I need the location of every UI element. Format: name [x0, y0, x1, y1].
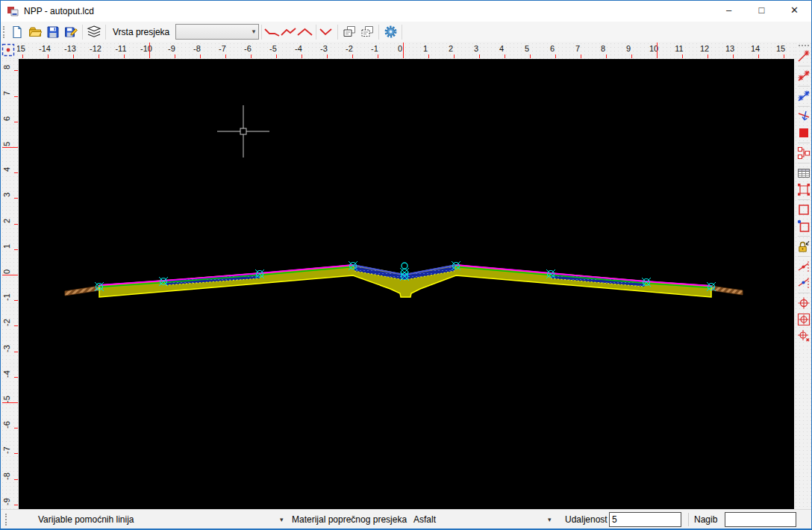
- ruler-tick: [606, 54, 607, 58]
- segment-break-icon[interactable]: [264, 23, 281, 41]
- ruler-tick: [14, 249, 18, 250]
- toolbar-separator: [798, 236, 810, 237]
- minimize-button[interactable]: –: [712, 1, 746, 22]
- ruler-label: -1: [2, 290, 11, 305]
- filled-square-icon[interactable]: [796, 125, 811, 140]
- section-type-dropdown[interactable]: ▾: [175, 24, 259, 40]
- ruler-tick: [327, 54, 328, 58]
- vertex-line-blue-icon[interactable]: [796, 275, 811, 290]
- target-delete-icon[interactable]: [796, 328, 811, 343]
- ruler-label: -8: [193, 44, 201, 53]
- ruler-label: -4: [295, 44, 302, 53]
- segment-ditch-icon[interactable]: [319, 23, 335, 41]
- ruler-tick: [682, 54, 683, 58]
- drawing-canvas[interactable]: [19, 59, 794, 511]
- ruler-tick: [784, 54, 784, 58]
- layers-icon[interactable]: [85, 23, 103, 41]
- rectangle-icon[interactable]: [796, 202, 811, 217]
- ruler-label: -1: [371, 44, 378, 53]
- snap-vertex-icon[interactable]: [796, 109, 811, 124]
- ruler-label: 11: [675, 44, 683, 53]
- ruler-label: -11: [115, 44, 126, 53]
- settings-gear-icon[interactable]: [381, 23, 399, 41]
- ruler-tick: [225, 54, 226, 58]
- save-icon[interactable]: [44, 23, 62, 41]
- material-value: Asfalt: [413, 514, 436, 525]
- ruler-tick: [428, 54, 429, 58]
- segment-peak-icon[interactable]: [297, 23, 313, 41]
- ruler-label: -8: [2, 469, 11, 484]
- ruler-tick: [48, 54, 49, 58]
- ruler-tick: [631, 54, 632, 58]
- hierarchy-icon[interactable]: [796, 146, 811, 160]
- rectangle-point-icon[interactable]: [796, 219, 811, 234]
- ruler-tick: [2, 147, 18, 148]
- ruler-label: 0: [2, 264, 11, 279]
- select-region-icon[interactable]: [796, 182, 811, 197]
- helper-lines-dropdown[interactable]: Varijable pomoćnih linija ▾: [1, 510, 288, 529]
- add-vertex-icon[interactable]: [796, 49, 811, 63]
- segment-slope-icon[interactable]: [281, 23, 297, 41]
- toolbar-separator: [105, 25, 106, 40]
- ruler-tick: [14, 505, 18, 505]
- add-two-vertices-icon[interactable]: [796, 69, 811, 84]
- ruler-tick: [581, 54, 581, 58]
- ground-strip: [65, 286, 99, 296]
- chevron-down-icon: ▾: [280, 516, 284, 523]
- copy-section-alt-icon[interactable]: [358, 23, 376, 41]
- ruler-tick: [200, 54, 201, 58]
- ruler-tick: [708, 54, 708, 58]
- material-dropdown[interactable]: Asfalt ▾: [410, 510, 556, 529]
- toolbar-grip[interactable]: [799, 45, 809, 46]
- ruler-label: 1: [423, 44, 428, 53]
- slope-input[interactable]: [725, 512, 796, 527]
- ruler-label: -9: [168, 44, 175, 53]
- ruler-label: -9: [2, 494, 11, 509]
- helper-lines-label: Varijable pomoćnih linija: [38, 514, 134, 525]
- ruler-label: -12: [90, 44, 102, 53]
- ruler-label: 12: [700, 44, 709, 53]
- crosshair-cursor: [240, 128, 246, 134]
- ruler-label: -2: [346, 44, 353, 53]
- toolbar-separator: [798, 106, 810, 107]
- maximize-button[interactable]: □: [745, 1, 778, 22]
- app-window: NPP - autoput.lcd – □ ✕: [0, 0, 812, 530]
- target-square-icon[interactable]: [796, 312, 811, 327]
- distance-label: Udaljenost: [565, 514, 608, 525]
- toolbar-separator: [798, 293, 810, 293]
- ruler-tick: [14, 352, 18, 352]
- ruler-tick: [22, 54, 23, 58]
- point-marker: [402, 263, 407, 269]
- ruler-label: -14: [39, 44, 51, 53]
- ruler-label: -5: [2, 392, 11, 407]
- ruler-tick: [479, 54, 480, 58]
- ruler-tick: [352, 54, 353, 58]
- open-folder-icon[interactable]: [26, 23, 44, 41]
- lock-icon[interactable]: [796, 239, 811, 254]
- table-icon[interactable]: [796, 166, 811, 181]
- ruler-label: 4: [499, 44, 504, 53]
- ruler-label: 8: [2, 60, 11, 75]
- copy-section-icon[interactable]: [340, 23, 358, 41]
- toolbar-separator: [261, 25, 262, 40]
- vertex-line-red-icon[interactable]: [796, 259, 811, 274]
- toolbar-grip[interactable]: [3, 26, 4, 38]
- ruler-label: 7: [575, 44, 580, 53]
- ruler-tick: [14, 453, 18, 454]
- ruler-label: 6: [2, 111, 11, 126]
- ruler-tick: [14, 224, 18, 225]
- ruler-tick: [657, 43, 658, 58]
- save-as-icon[interactable]: [62, 23, 80, 41]
- ruler-tick: [302, 54, 302, 58]
- add-two-vertices-blue-icon[interactable]: [796, 89, 811, 104]
- toolbar-separator: [402, 25, 402, 40]
- edit-toolbar: [794, 42, 812, 511]
- toolbar-separator: [798, 163, 810, 163]
- ruler-tick: [251, 54, 252, 58]
- ruler-origin-button[interactable]: [1, 43, 17, 58]
- close-button[interactable]: ✕: [778, 1, 811, 22]
- target-icon[interactable]: [796, 296, 811, 311]
- distance-input[interactable]: [609, 512, 681, 527]
- ruler-tick: [403, 43, 404, 58]
- new-file-icon[interactable]: [8, 23, 26, 41]
